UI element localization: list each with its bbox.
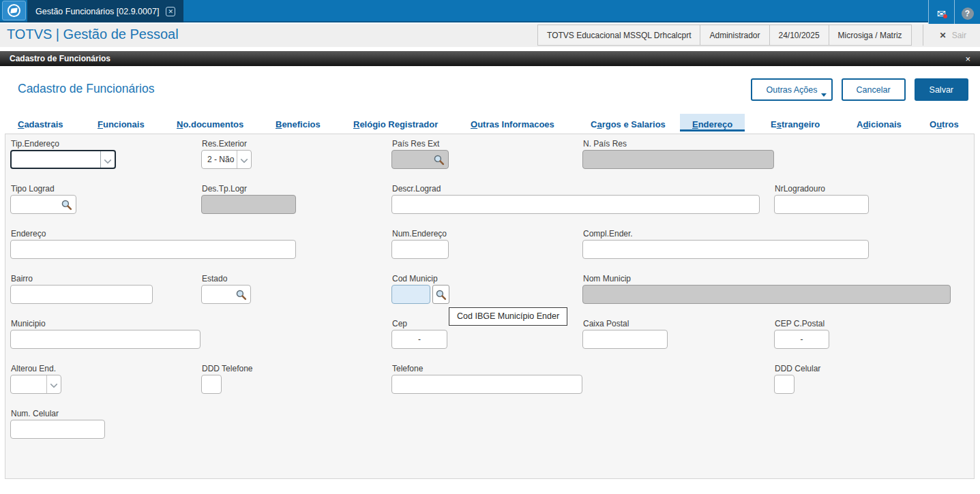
field-label: Caixa Postal <box>583 319 667 328</box>
user-badge: Administrador <box>700 25 769 46</box>
des-tp-logr-input <box>201 195 296 214</box>
date-badge: 24/10/2025 <box>769 25 829 46</box>
totvs-logo[interactable] <box>2 1 26 20</box>
tab-beneficios[interactable]: Beneficios <box>276 119 321 129</box>
field-label: Num. Celular <box>11 409 104 418</box>
field-label: Compl.Ender. <box>583 229 868 238</box>
tab-adicionais[interactable]: Adicionais <box>857 119 902 129</box>
search-icon[interactable] <box>61 199 72 211</box>
field-descr-lograd: Descr.Lograd <box>391 184 760 214</box>
search-icon <box>435 289 447 300</box>
field-label: Municipio <box>11 319 200 328</box>
n-pais-res-input <box>582 150 774 169</box>
field-label: Tipo Lograd <box>11 184 76 194</box>
field-ddd-celular: DDD Celular <box>774 364 821 394</box>
res-exterior-select[interactable]: 2 - Não <box>201 150 252 169</box>
compl-ender-input[interactable] <box>582 240 869 259</box>
form-panel: Tip.Endereço Res.Exterior 2 - Não País R… <box>5 134 975 479</box>
nrlogradouro-input[interactable] <box>774 195 869 214</box>
field-label: Des.Tp.Logr <box>202 184 295 194</box>
municipio-input[interactable] <box>10 330 201 349</box>
totvs-logo-icon <box>8 4 20 17</box>
field-des-tp-logr: Des.Tp.Logr <box>201 184 296 214</box>
nom-municip-input <box>582 285 951 304</box>
ddd-telefone-input[interactable] <box>201 375 222 394</box>
field-label: DDD Telefone <box>202 364 252 373</box>
field-label: DDD Celular <box>775 364 820 373</box>
field-label: NrLogradouro <box>775 184 868 194</box>
field-label: Bairro <box>11 274 152 283</box>
field-label: Estado <box>202 274 250 283</box>
dialog-title: Cadastro de Funcionários <box>10 54 110 63</box>
field-num-celular: Num. Celular <box>10 409 105 439</box>
tab-outras-informacoes[interactable]: Outras Informacoes <box>471 119 554 129</box>
alterou-end-select[interactable] <box>10 375 61 394</box>
field-ddd-telefone: DDD Telefone <box>201 364 253 394</box>
field-num-endereco: Num.Endereço <box>391 229 449 259</box>
field-cep-c-postal: CEP C.Postal - <box>774 319 829 349</box>
outras-acoes-button[interactable]: Outras Ações <box>751 78 832 101</box>
descr-lograd-input[interactable] <box>391 195 760 214</box>
app-title: TOTVS | Gestão de Pessoal <box>7 27 179 42</box>
field-cep: Cep - <box>391 319 447 349</box>
session-info: TOTVS Educacional MSSQL Drhcalcprt Admin… <box>538 25 977 46</box>
caixa-postal-input[interactable] <box>582 330 668 349</box>
cod-municip-lookup-button[interactable] <box>432 285 449 304</box>
field-alterou-end: Alterou End. <box>10 364 61 394</box>
tab-cargos-e-salarios[interactable]: Cargos e Salarios <box>591 119 666 129</box>
tip-endereco-select[interactable] <box>10 150 116 169</box>
field-label: Tip.Endereço <box>11 139 115 149</box>
estado-input[interactable] <box>201 285 251 304</box>
chevron-down-icon <box>821 93 827 97</box>
tipo-lograd-input[interactable] <box>10 195 76 214</box>
window-tab[interactable]: Gestão Funcionários [02.9.0007] ✕ <box>27 0 183 22</box>
field-label: Descr.Lograd <box>392 184 759 194</box>
action-buttons: Outras Ações Cancelar Salvar <box>751 78 968 101</box>
tab-close-icon[interactable]: ✕ <box>166 7 175 16</box>
ddd-celular-input[interactable] <box>774 375 795 394</box>
exit-button[interactable]: ✕ Sair <box>923 25 977 46</box>
field-pais-res-ext: País Res Ext <box>391 139 449 169</box>
search-icon[interactable] <box>235 289 247 300</box>
field-estado: Estado <box>201 274 251 304</box>
dialog-close-icon[interactable]: × <box>965 54 970 64</box>
dialog-title-bar: Cadastro de Funcionários × <box>0 51 980 66</box>
help-button[interactable]: ? <box>954 0 980 27</box>
chevron-down-icon[interactable] <box>237 151 251 168</box>
tab-no-documentos[interactable]: No.documentos <box>177 119 243 129</box>
tab-relogio-registrador[interactable]: Relógio Registrador <box>353 119 438 129</box>
search-icon[interactable] <box>433 154 445 166</box>
field-compl-ender: Compl.Ender. <box>582 229 869 259</box>
mail-button[interactable]: ✉ <box>928 0 954 27</box>
cep-input[interactable]: - <box>391 330 447 349</box>
tab-estrangeiro[interactable]: Estrangeiro <box>771 119 820 129</box>
bairro-input[interactable] <box>10 285 153 304</box>
tab-outros[interactable]: Outros <box>930 119 959 129</box>
field-nrlogradouro: NrLogradouro <box>774 184 869 214</box>
cancelar-button[interactable]: Cancelar <box>842 78 906 101</box>
window-tab-title: Gestão Funcionários [02.9.0007] <box>35 7 159 16</box>
cep-c-postal-input[interactable]: - <box>774 330 829 349</box>
chevron-down-icon[interactable] <box>46 375 61 393</box>
field-telefone: Telefone <box>391 364 582 394</box>
field-label: Telefone <box>392 364 582 373</box>
close-icon: ✕ <box>940 31 947 40</box>
cod-municip-input[interactable] <box>391 285 430 304</box>
endereco-input[interactable] <box>10 240 296 259</box>
top-bar: Gestão Funcionários [02.9.0007] ✕ ✉ ? <box>0 0 980 22</box>
tab-funcionais[interactable]: Funcionais <box>98 119 145 129</box>
num-endereco-input[interactable] <box>391 240 449 259</box>
num-celular-input[interactable] <box>10 420 105 439</box>
field-label: CEP C.Postal <box>775 319 829 328</box>
field-caixa-postal: Caixa Postal <box>582 319 668 349</box>
tab-cadastrais[interactable]: Cadastrais <box>18 119 63 129</box>
environment-badge: TOTVS Educacional MSSQL Drhcalcprt <box>537 25 700 46</box>
salvar-button[interactable]: Salvar <box>915 78 968 101</box>
tab-endereco[interactable]: Endereço <box>680 114 745 132</box>
field-label: Res.Exterior <box>202 139 251 149</box>
company-badge: Microsiga / Matriz <box>829 25 912 46</box>
telefone-input[interactable] <box>391 375 582 394</box>
header: TOTVS | Gestão de Pessoal TOTVS Educacio… <box>0 24 980 47</box>
field-label: N. País Res <box>583 139 773 149</box>
chevron-down-icon[interactable] <box>100 151 115 168</box>
